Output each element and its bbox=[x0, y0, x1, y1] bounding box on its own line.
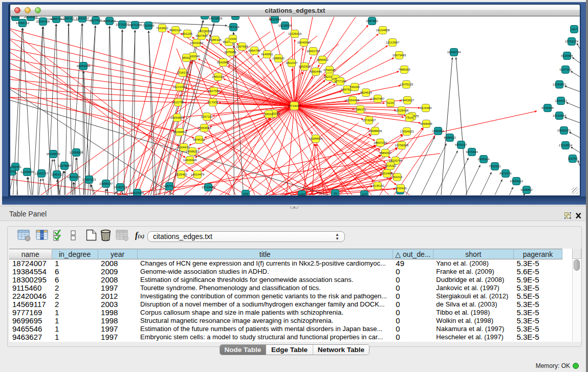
svg-text:17654923: 17654923 bbox=[400, 130, 414, 133]
svg-text:17016504: 17016504 bbox=[559, 144, 573, 147]
svg-text:19654885: 19654885 bbox=[170, 116, 184, 119]
svg-text:1588520: 1588520 bbox=[272, 57, 285, 60]
svg-text:9329966: 9329966 bbox=[561, 54, 573, 57]
svg-text:7625402: 7625402 bbox=[175, 173, 187, 176]
svg-text:1244413: 1244413 bbox=[555, 99, 567, 102]
svg-text:18302: 18302 bbox=[265, 113, 273, 116]
svg-text:12975125: 12975125 bbox=[400, 83, 413, 86]
svg-text:14998222: 14998222 bbox=[186, 150, 200, 153]
svg-text:8660124: 8660124 bbox=[169, 29, 182, 32]
svg-text:1898719: 1898719 bbox=[50, 17, 62, 20]
svg-text:10958147: 10958147 bbox=[99, 182, 113, 185]
svg-text:9245652: 9245652 bbox=[520, 188, 533, 191]
svg-text:1065327: 1065327 bbox=[62, 17, 75, 20]
svg-text:10607487: 10607487 bbox=[371, 97, 385, 100]
svg-text:1092: 1092 bbox=[298, 193, 306, 195]
svg-text:7632621: 7632621 bbox=[489, 165, 501, 168]
svg-text:8813054: 8813054 bbox=[269, 18, 281, 21]
svg-text:12213363: 12213363 bbox=[173, 85, 187, 89]
svg-text:10975887: 10975887 bbox=[58, 164, 72, 167]
svg-text:8938923: 8938923 bbox=[444, 136, 456, 139]
svg-text:10653267: 10653267 bbox=[76, 17, 90, 20]
svg-text:12942757: 12942757 bbox=[35, 172, 49, 175]
svg-text:26206576: 26206576 bbox=[47, 152, 60, 156]
svg-text:2367608: 2367608 bbox=[236, 45, 248, 48]
svg-text:104: 104 bbox=[243, 192, 249, 195]
svg-text:1527602: 1527602 bbox=[90, 19, 102, 22]
svg-text:8990448: 8990448 bbox=[310, 70, 322, 73]
svg-text:2460314: 2460314 bbox=[212, 75, 224, 78]
svg-text:1546: 1546 bbox=[229, 37, 236, 40]
svg-text:2718176: 2718176 bbox=[177, 71, 189, 74]
svg-text:10756928: 10756928 bbox=[395, 144, 409, 147]
svg-text:12923465: 12923465 bbox=[130, 191, 144, 194]
svg-text:15692971: 15692971 bbox=[557, 129, 571, 132]
svg-text:14163: 14163 bbox=[11, 16, 20, 18]
svg-text:9699695: 9699695 bbox=[420, 122, 432, 125]
svg-text:7514: 7514 bbox=[406, 116, 413, 119]
svg-text:19463627: 19463627 bbox=[401, 99, 415, 102]
svg-text:3675685: 3675685 bbox=[224, 51, 236, 54]
svg-text:19: 19 bbox=[334, 192, 337, 195]
svg-text:18724007: 18724007 bbox=[288, 104, 301, 107]
svg-text:19218506: 19218506 bbox=[278, 24, 292, 27]
svg-text:20364436: 20364436 bbox=[346, 99, 360, 102]
svg-text:10719155: 10719155 bbox=[116, 23, 129, 26]
svg-text:14055712: 14055712 bbox=[16, 21, 30, 25]
svg-text:7163822: 7163822 bbox=[156, 27, 168, 30]
svg-text:8471676: 8471676 bbox=[499, 172, 512, 175]
svg-text:1145132: 1145132 bbox=[51, 173, 63, 176]
svg-text:f(x): f(x) bbox=[135, 231, 144, 240]
svg-text:1615112: 1615112 bbox=[385, 164, 397, 167]
svg-text:1640954: 1640954 bbox=[432, 129, 444, 133]
svg-text:11325419: 11325419 bbox=[288, 32, 302, 35]
svg-text:16782759: 16782759 bbox=[114, 186, 127, 189]
svg-text:10973493: 10973493 bbox=[393, 54, 406, 57]
svg-text:12213967: 12213967 bbox=[386, 41, 400, 44]
svg-text:15720407: 15720407 bbox=[362, 119, 376, 122]
svg-text:891295: 891295 bbox=[182, 32, 193, 35]
svg-text:9146821: 9146821 bbox=[261, 53, 273, 56]
svg-text:10025438: 10025438 bbox=[395, 109, 409, 112]
svg-text:2935114: 2935114 bbox=[478, 158, 490, 161]
svg-text:6004678: 6004678 bbox=[178, 146, 190, 149]
svg-text:10688609: 10688609 bbox=[368, 129, 382, 133]
svg-text:8186328: 8186328 bbox=[209, 38, 222, 41]
svg-text:817004: 817004 bbox=[208, 101, 219, 104]
svg-text:8454749: 8454749 bbox=[248, 49, 260, 52]
svg-text:7955812: 7955812 bbox=[316, 58, 329, 61]
svg-text:252214: 252214 bbox=[392, 176, 403, 179]
svg-text:20691406: 20691406 bbox=[36, 20, 50, 23]
svg-text:7485003: 7485003 bbox=[398, 68, 410, 71]
svg-text:9827509: 9827509 bbox=[195, 34, 208, 37]
svg-text:14609948: 14609948 bbox=[183, 159, 197, 162]
svg-text:12093872: 12093872 bbox=[553, 83, 567, 86]
svg-text:17957223: 17957223 bbox=[82, 178, 96, 181]
svg-text:18640910: 18640910 bbox=[297, 41, 311, 44]
svg-text:3822037: 3822037 bbox=[286, 61, 298, 64]
svg-text:15716485: 15716485 bbox=[202, 186, 215, 189]
svg-text:12359928: 12359928 bbox=[70, 151, 83, 154]
svg-text:12156829: 12156829 bbox=[20, 170, 34, 173]
svg-text:15751074: 15751074 bbox=[565, 40, 579, 43]
svg-text:9777169: 9777169 bbox=[334, 80, 346, 83]
svg-text:2687682: 2687682 bbox=[366, 19, 378, 23]
svg-text:13524851: 13524851 bbox=[380, 172, 394, 175]
svg-text:15353594: 15353594 bbox=[198, 126, 211, 129]
svg-text:16648784: 16648784 bbox=[447, 51, 461, 54]
svg-text:16671355: 16671355 bbox=[128, 24, 142, 27]
svg-text:6794028: 6794028 bbox=[323, 69, 336, 72]
svg-text:1562615: 1562615 bbox=[298, 65, 311, 68]
svg-text:10543362: 10543362 bbox=[190, 41, 204, 45]
svg-text:14914479: 14914479 bbox=[191, 173, 205, 176]
svg-text:39191: 39191 bbox=[10, 170, 16, 173]
svg-text:9984067: 9984067 bbox=[379, 151, 391, 155]
svg-text:6879197: 6879197 bbox=[455, 143, 467, 146]
svg-text:98361: 98361 bbox=[182, 56, 191, 59]
svg-text:8813: 8813 bbox=[232, 16, 239, 17]
svg-text:177: 177 bbox=[362, 193, 367, 195]
svg-text:6966160: 6966160 bbox=[103, 19, 116, 23]
svg-text:1610755: 1610755 bbox=[172, 101, 184, 104]
svg-text:7357224: 7357224 bbox=[227, 26, 239, 29]
svg-text:9657791: 9657791 bbox=[163, 185, 176, 188]
